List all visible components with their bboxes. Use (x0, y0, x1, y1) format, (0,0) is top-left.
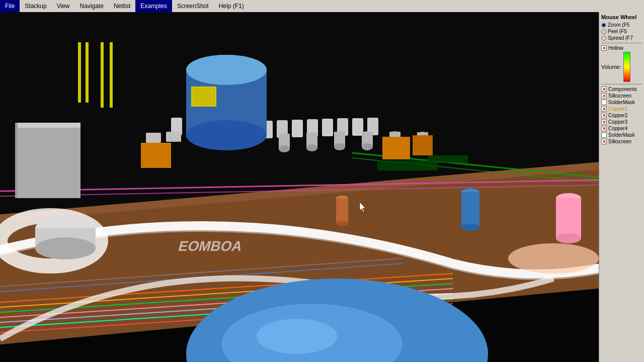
silkscreen-top-checkbox[interactable] (601, 93, 607, 99)
menu-examples[interactable]: Examples (135, 0, 172, 12)
layer-soldermask-bot[interactable]: SolderMask (601, 132, 642, 138)
svg-point-89 (35, 237, 96, 259)
svg-rect-66 (141, 143, 171, 168)
svg-rect-86 (428, 155, 468, 163)
right-panel: Mouse Wheel Zoom (F5 Peel (F5 Spread (F7… (599, 12, 644, 362)
svg-point-90 (508, 243, 599, 274)
svg-rect-36 (292, 120, 303, 137)
soldermask-top-label: SolderMask (608, 100, 635, 105)
svg-rect-72 (146, 133, 161, 143)
soldermask-bot-label: SolderMask (608, 132, 635, 138)
svg-point-50 (334, 143, 345, 150)
copper1-label: Copper1 (608, 106, 627, 112)
zoom-label: Zoom (F5 (608, 22, 629, 28)
layer-silkscreen-bot[interactable]: Silkscreen (601, 139, 642, 144)
hollow-checkbox[interactable] (601, 45, 607, 51)
3d-viewport[interactable]: EOMBOA (0, 12, 599, 362)
svg-rect-3 (86, 42, 89, 103)
menu-view[interactable]: View (52, 0, 75, 12)
silkscreen-bot-label: Silkscreen (608, 139, 631, 144)
mouse-wheel-title: Mouse Wheel (601, 14, 642, 20)
svg-rect-2 (78, 42, 81, 103)
menu-navigate[interactable]: Navigate (75, 0, 109, 12)
soldermask-top-checkbox[interactable] (601, 100, 607, 105)
svg-point-82 (336, 221, 348, 226)
svg-point-27 (257, 319, 337, 354)
layer-silkscreen-top[interactable]: Silkscreen (601, 93, 642, 99)
hollow-checkbox-item[interactable]: Hollow (601, 45, 642, 51)
copper1-checkbox[interactable] (601, 106, 607, 112)
spread-radio[interactable] (601, 36, 606, 41)
copper3-checkbox[interactable] (601, 119, 607, 125)
svg-rect-75 (556, 198, 581, 238)
silkscreen-bot-checkbox[interactable] (601, 139, 607, 144)
svg-rect-38 (322, 119, 333, 136)
svg-text:EOMBOA: EOMBOA (177, 238, 244, 253)
svg-rect-81 (336, 198, 348, 223)
menu-screenshot[interactable]: ScreenShot (172, 0, 214, 12)
layer-copper1[interactable]: Copper1 (601, 106, 642, 112)
copper4-checkbox[interactable] (601, 126, 607, 131)
zoom-radio[interactable] (601, 23, 606, 28)
menu-netlist[interactable]: Netlist (109, 0, 135, 12)
peel-radio-item[interactable]: Peel (F5 (601, 29, 642, 34)
soldermask-bot-checkbox[interactable] (601, 132, 607, 138)
svg-rect-70 (15, 123, 80, 128)
svg-rect-73 (166, 132, 181, 142)
copper2-label: Copper2 (608, 113, 627, 118)
svg-rect-67 (382, 137, 410, 159)
layer-copper2[interactable]: Copper2 (601, 113, 642, 118)
svg-point-53 (362, 143, 373, 150)
hollow-label: Hollow (608, 45, 623, 51)
svg-point-44 (279, 145, 290, 152)
svg-rect-65 (192, 87, 215, 106)
menu-file[interactable]: File (0, 0, 20, 12)
svg-point-47 (306, 144, 317, 151)
svg-rect-69 (15, 123, 80, 198)
svg-point-79 (461, 224, 479, 231)
svg-rect-78 (461, 192, 479, 227)
copper4-label: Copper4 (608, 126, 627, 131)
svg-rect-5 (110, 42, 113, 108)
layer-components[interactable]: Components (601, 86, 642, 92)
volume-gradient (623, 52, 630, 82)
layer-copper4[interactable]: Copper4 (601, 126, 642, 131)
zoom-radio-item[interactable]: Zoom (F5 (601, 22, 642, 28)
svg-point-63 (186, 55, 267, 85)
spread-radio-item[interactable]: Spread (F7 (601, 35, 642, 41)
menu-stackup[interactable]: Stackup (20, 0, 51, 12)
components-checkbox[interactable] (601, 86, 607, 92)
svg-rect-4 (101, 42, 104, 108)
svg-rect-68 (413, 135, 433, 155)
copper2-checkbox[interactable] (601, 113, 607, 118)
components-label: Components (608, 86, 637, 92)
peel-label: Peel (F5 (608, 29, 627, 34)
peel-radio[interactable] (601, 29, 606, 34)
svg-point-76 (556, 233, 581, 243)
svg-rect-71 (15, 123, 18, 198)
menu-help[interactable]: Help (F1) (214, 0, 249, 12)
svg-point-62 (186, 120, 267, 150)
svg-rect-40 (352, 118, 363, 136)
menubar: File Stackup View Navigate Netlist Examp… (0, 0, 644, 12)
layer-soldermask-top[interactable]: SolderMask (601, 100, 642, 105)
silkscreen-top-label: Silkscreen (608, 93, 631, 99)
copper3-label: Copper3 (608, 119, 627, 125)
layer-copper3[interactable]: Copper3 (601, 119, 642, 125)
volume-row: Volume: (601, 52, 642, 82)
volume-label: Volume: (601, 64, 621, 70)
spread-label: Spread (F7 (608, 35, 633, 41)
